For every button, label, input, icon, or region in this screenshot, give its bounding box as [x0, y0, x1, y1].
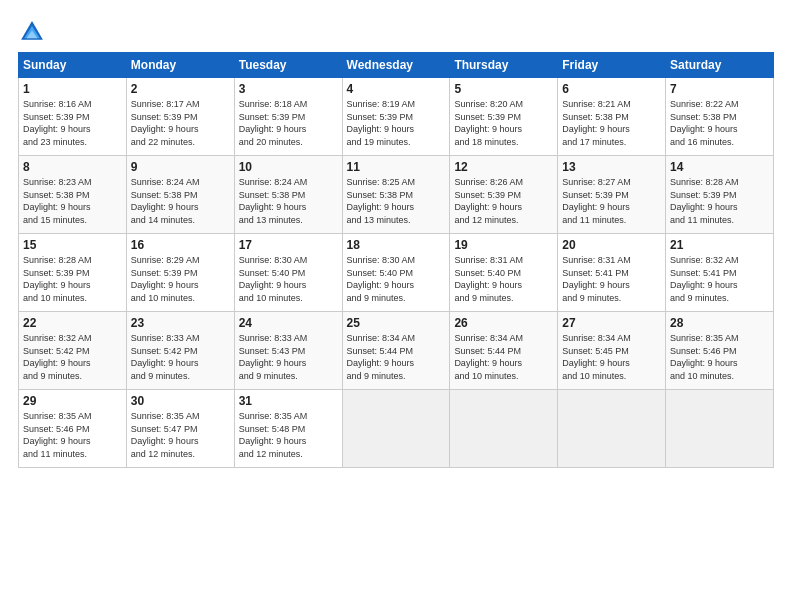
day-header-wednesday: Wednesday	[342, 53, 450, 78]
day-number: 18	[347, 238, 446, 252]
day-details: Sunrise: 8:33 AMSunset: 5:43 PMDaylight:…	[239, 332, 338, 382]
day-details: Sunrise: 8:23 AMSunset: 5:38 PMDaylight:…	[23, 176, 122, 226]
day-details: Sunrise: 8:35 AMSunset: 5:48 PMDaylight:…	[239, 410, 338, 460]
calendar-cell: 16Sunrise: 8:29 AMSunset: 5:39 PMDayligh…	[126, 234, 234, 312]
day-details: Sunrise: 8:30 AMSunset: 5:40 PMDaylight:…	[347, 254, 446, 304]
calendar-cell: 31Sunrise: 8:35 AMSunset: 5:48 PMDayligh…	[234, 390, 342, 468]
day-number: 19	[454, 238, 553, 252]
day-details: Sunrise: 8:17 AMSunset: 5:39 PMDaylight:…	[131, 98, 230, 148]
calendar-cell: 23Sunrise: 8:33 AMSunset: 5:42 PMDayligh…	[126, 312, 234, 390]
day-number: 24	[239, 316, 338, 330]
calendar-cell: 5Sunrise: 8:20 AMSunset: 5:39 PMDaylight…	[450, 78, 558, 156]
day-number: 7	[670, 82, 769, 96]
calendar-cell: 22Sunrise: 8:32 AMSunset: 5:42 PMDayligh…	[19, 312, 127, 390]
day-number: 23	[131, 316, 230, 330]
day-header-monday: Monday	[126, 53, 234, 78]
logo-icon	[18, 18, 46, 46]
day-number: 17	[239, 238, 338, 252]
calendar-cell: 14Sunrise: 8:28 AMSunset: 5:39 PMDayligh…	[666, 156, 774, 234]
day-header-saturday: Saturday	[666, 53, 774, 78]
day-number: 5	[454, 82, 553, 96]
day-details: Sunrise: 8:19 AMSunset: 5:39 PMDaylight:…	[347, 98, 446, 148]
day-details: Sunrise: 8:31 AMSunset: 5:40 PMDaylight:…	[454, 254, 553, 304]
calendar-cell: 6Sunrise: 8:21 AMSunset: 5:38 PMDaylight…	[558, 78, 666, 156]
day-number: 25	[347, 316, 446, 330]
calendar-cell	[342, 390, 450, 468]
page-container: SundayMondayTuesdayWednesdayThursdayFrid…	[0, 0, 792, 478]
calendar-body: 1Sunrise: 8:16 AMSunset: 5:39 PMDaylight…	[19, 78, 774, 468]
day-number: 14	[670, 160, 769, 174]
day-number: 11	[347, 160, 446, 174]
calendar-cell: 2Sunrise: 8:17 AMSunset: 5:39 PMDaylight…	[126, 78, 234, 156]
day-number: 3	[239, 82, 338, 96]
day-number: 30	[131, 394, 230, 408]
day-details: Sunrise: 8:35 AMSunset: 5:47 PMDaylight:…	[131, 410, 230, 460]
logo	[18, 18, 50, 46]
calendar-cell: 1Sunrise: 8:16 AMSunset: 5:39 PMDaylight…	[19, 78, 127, 156]
day-number: 21	[670, 238, 769, 252]
day-header-friday: Friday	[558, 53, 666, 78]
calendar-week-row: 22Sunrise: 8:32 AMSunset: 5:42 PMDayligh…	[19, 312, 774, 390]
day-details: Sunrise: 8:24 AMSunset: 5:38 PMDaylight:…	[239, 176, 338, 226]
calendar-cell: 8Sunrise: 8:23 AMSunset: 5:38 PMDaylight…	[19, 156, 127, 234]
calendar-cell: 15Sunrise: 8:28 AMSunset: 5:39 PMDayligh…	[19, 234, 127, 312]
calendar-cell: 27Sunrise: 8:34 AMSunset: 5:45 PMDayligh…	[558, 312, 666, 390]
day-number: 16	[131, 238, 230, 252]
calendar-cell: 11Sunrise: 8:25 AMSunset: 5:38 PMDayligh…	[342, 156, 450, 234]
day-details: Sunrise: 8:24 AMSunset: 5:38 PMDaylight:…	[131, 176, 230, 226]
calendar-cell: 7Sunrise: 8:22 AMSunset: 5:38 PMDaylight…	[666, 78, 774, 156]
calendar-cell: 18Sunrise: 8:30 AMSunset: 5:40 PMDayligh…	[342, 234, 450, 312]
calendar-cell	[450, 390, 558, 468]
day-number: 9	[131, 160, 230, 174]
calendar-cell: 13Sunrise: 8:27 AMSunset: 5:39 PMDayligh…	[558, 156, 666, 234]
day-details: Sunrise: 8:18 AMSunset: 5:39 PMDaylight:…	[239, 98, 338, 148]
day-details: Sunrise: 8:34 AMSunset: 5:44 PMDaylight:…	[454, 332, 553, 382]
day-details: Sunrise: 8:26 AMSunset: 5:39 PMDaylight:…	[454, 176, 553, 226]
calendar-cell: 28Sunrise: 8:35 AMSunset: 5:46 PMDayligh…	[666, 312, 774, 390]
calendar-cell: 4Sunrise: 8:19 AMSunset: 5:39 PMDaylight…	[342, 78, 450, 156]
calendar-week-row: 8Sunrise: 8:23 AMSunset: 5:38 PMDaylight…	[19, 156, 774, 234]
day-details: Sunrise: 8:16 AMSunset: 5:39 PMDaylight:…	[23, 98, 122, 148]
day-details: Sunrise: 8:28 AMSunset: 5:39 PMDaylight:…	[23, 254, 122, 304]
day-details: Sunrise: 8:21 AMSunset: 5:38 PMDaylight:…	[562, 98, 661, 148]
day-number: 31	[239, 394, 338, 408]
calendar-cell: 20Sunrise: 8:31 AMSunset: 5:41 PMDayligh…	[558, 234, 666, 312]
day-header-thursday: Thursday	[450, 53, 558, 78]
day-details: Sunrise: 8:32 AMSunset: 5:42 PMDaylight:…	[23, 332, 122, 382]
day-number: 20	[562, 238, 661, 252]
day-number: 13	[562, 160, 661, 174]
day-number: 1	[23, 82, 122, 96]
day-number: 12	[454, 160, 553, 174]
day-details: Sunrise: 8:35 AMSunset: 5:46 PMDaylight:…	[23, 410, 122, 460]
header	[18, 18, 774, 46]
day-details: Sunrise: 8:27 AMSunset: 5:39 PMDaylight:…	[562, 176, 661, 226]
day-number: 8	[23, 160, 122, 174]
day-number: 29	[23, 394, 122, 408]
calendar-cell: 19Sunrise: 8:31 AMSunset: 5:40 PMDayligh…	[450, 234, 558, 312]
calendar-cell: 12Sunrise: 8:26 AMSunset: 5:39 PMDayligh…	[450, 156, 558, 234]
day-number: 15	[23, 238, 122, 252]
day-number: 6	[562, 82, 661, 96]
calendar-cell: 10Sunrise: 8:24 AMSunset: 5:38 PMDayligh…	[234, 156, 342, 234]
day-number: 28	[670, 316, 769, 330]
calendar-week-row: 15Sunrise: 8:28 AMSunset: 5:39 PMDayligh…	[19, 234, 774, 312]
day-details: Sunrise: 8:20 AMSunset: 5:39 PMDaylight:…	[454, 98, 553, 148]
day-number: 2	[131, 82, 230, 96]
calendar-header-row: SundayMondayTuesdayWednesdayThursdayFrid…	[19, 53, 774, 78]
day-details: Sunrise: 8:28 AMSunset: 5:39 PMDaylight:…	[670, 176, 769, 226]
day-details: Sunrise: 8:30 AMSunset: 5:40 PMDaylight:…	[239, 254, 338, 304]
calendar-cell: 21Sunrise: 8:32 AMSunset: 5:41 PMDayligh…	[666, 234, 774, 312]
calendar-table: SundayMondayTuesdayWednesdayThursdayFrid…	[18, 52, 774, 468]
day-details: Sunrise: 8:29 AMSunset: 5:39 PMDaylight:…	[131, 254, 230, 304]
day-number: 4	[347, 82, 446, 96]
day-details: Sunrise: 8:34 AMSunset: 5:44 PMDaylight:…	[347, 332, 446, 382]
calendar-cell: 30Sunrise: 8:35 AMSunset: 5:47 PMDayligh…	[126, 390, 234, 468]
calendar-cell: 24Sunrise: 8:33 AMSunset: 5:43 PMDayligh…	[234, 312, 342, 390]
calendar-cell	[666, 390, 774, 468]
calendar-cell: 17Sunrise: 8:30 AMSunset: 5:40 PMDayligh…	[234, 234, 342, 312]
calendar-cell: 29Sunrise: 8:35 AMSunset: 5:46 PMDayligh…	[19, 390, 127, 468]
calendar-cell: 9Sunrise: 8:24 AMSunset: 5:38 PMDaylight…	[126, 156, 234, 234]
day-header-sunday: Sunday	[19, 53, 127, 78]
day-details: Sunrise: 8:31 AMSunset: 5:41 PMDaylight:…	[562, 254, 661, 304]
day-number: 10	[239, 160, 338, 174]
